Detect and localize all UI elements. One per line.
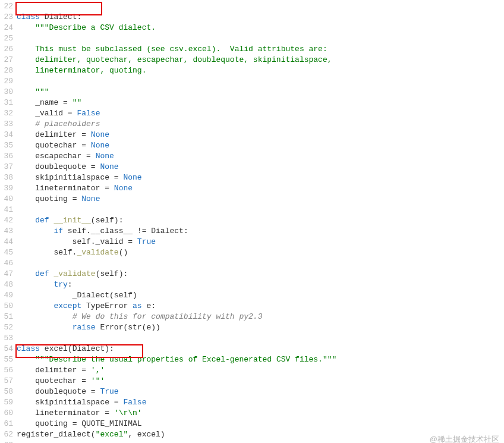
line-number: 37 [0, 162, 13, 172]
line-number: 22 [0, 1, 13, 12]
line-number: 39 [0, 183, 13, 194]
code-line: # We do this for compatibility with py2.… [17, 312, 504, 322]
code-line: except TypeError as e: [17, 301, 504, 312]
line-number: 45 [0, 247, 13, 258]
line-number: 46 [0, 258, 13, 269]
line-number: 55 [0, 354, 13, 365]
code-line: This must be subclassed (see csv.excel).… [17, 44, 504, 55]
code-editor: 2223242526272829303132333435363738394041… [0, 0, 504, 443]
code-line: lineterminator, quoting. [17, 65, 504, 76]
code-line: doublequote = True [17, 387, 504, 397]
line-number: 63 [0, 440, 13, 443]
code-line: quoting = QUOTE_MINIMAL [17, 419, 504, 429]
line-number: 24 [0, 23, 13, 33]
line-number: 43 [0, 226, 13, 237]
code-line: delimiter, quotechar, escapechar, double… [17, 55, 504, 65]
code-line: class Dialect: [17, 12, 504, 23]
code-line [17, 33, 504, 44]
code-line: delimiter = None [17, 130, 504, 140]
line-number: 44 [0, 237, 13, 247]
code-line: class excel(Dialect): [17, 344, 504, 354]
line-number: 36 [0, 151, 13, 162]
line-number: 32 [0, 108, 13, 119]
code-line [17, 1, 504, 12]
code-line: """Describe a CSV dialect. [17, 23, 504, 33]
code-line: lineterminator = None [17, 183, 504, 194]
code-line: quotechar = None [17, 140, 504, 151]
line-number: 49 [0, 290, 13, 301]
code-line [17, 258, 504, 269]
code-line: self._validate() [17, 247, 504, 258]
code-line: delimiter = ',' [17, 365, 504, 376]
line-number: 34 [0, 130, 13, 140]
code-line: quotechar = '"' [17, 376, 504, 387]
line-number: 51 [0, 312, 13, 322]
line-number: 41 [0, 205, 13, 215]
code-area: class Dialect: """Describe a CSV dialect… [17, 1, 504, 443]
line-number: 23 [0, 12, 13, 23]
code-line: skipinitialspace = False [17, 397, 504, 408]
code-line: # placeholders [17, 119, 504, 130]
code-line: lineterminator = '\r\n' [17, 408, 504, 419]
line-number-gutter: 2223242526272829303132333435363738394041… [0, 1, 17, 443]
line-number: 30 [0, 87, 13, 98]
line-number: 42 [0, 215, 13, 226]
line-number: 29 [0, 76, 13, 87]
line-number: 59 [0, 397, 13, 408]
code-line [17, 76, 504, 87]
line-number: 25 [0, 33, 13, 44]
code-line: """Describe the usual properties of Exce… [17, 354, 504, 365]
line-number: 28 [0, 65, 13, 76]
line-number: 58 [0, 387, 13, 397]
line-number: 54 [0, 344, 13, 354]
code-line: try: [17, 279, 504, 290]
line-number: 27 [0, 55, 13, 65]
code-line: escapechar = None [17, 151, 504, 162]
code-line: _Dialect(self) [17, 290, 504, 301]
line-number: 60 [0, 408, 13, 419]
line-number: 50 [0, 301, 13, 312]
code-line [17, 440, 504, 443]
code-line: _valid = False [17, 108, 504, 119]
line-number: 52 [0, 322, 13, 333]
line-number: 35 [0, 140, 13, 151]
line-number: 26 [0, 44, 13, 55]
line-number: 61 [0, 419, 13, 429]
line-number: 57 [0, 376, 13, 387]
code-line: register_dialect("excel", excel) [17, 429, 504, 440]
code-line: quoting = None [17, 194, 504, 205]
code-line: """ [17, 87, 504, 98]
code-line [17, 205, 504, 215]
code-line: raise Error(str(e)) [17, 322, 504, 333]
line-number: 53 [0, 333, 13, 344]
line-number: 56 [0, 365, 13, 376]
line-number: 62 [0, 429, 13, 440]
code-line: skipinitialspace = None [17, 172, 504, 183]
code-line [17, 333, 504, 344]
code-line: if self.__class__ != Dialect: [17, 226, 504, 237]
code-line: def _validate(self): [17, 269, 504, 279]
line-number: 33 [0, 119, 13, 130]
line-number: 47 [0, 269, 13, 279]
line-number: 48 [0, 279, 13, 290]
code-line: self._valid = True [17, 237, 504, 247]
code-line: def __init__(self): [17, 215, 504, 226]
line-number: 38 [0, 172, 13, 183]
line-number: 31 [0, 98, 13, 108]
code-line: _name = "" [17, 98, 504, 108]
code-line: doublequote = None [17, 162, 504, 172]
line-number: 40 [0, 194, 13, 205]
